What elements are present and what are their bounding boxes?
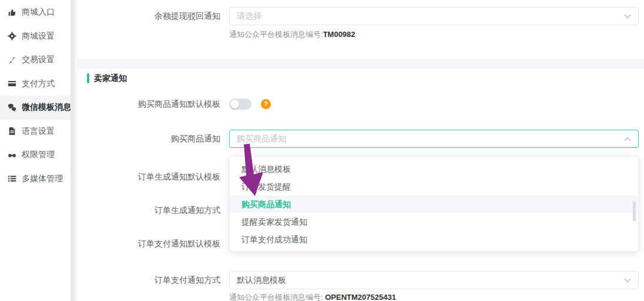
toggle-knob — [230, 100, 239, 109]
sidebar-scrollbar[interactable] — [71, 0, 75, 301]
withdraw-notice-card: 余额提现驳回通知 请选择 通知公众平台模板消息编号:TM00982 — [77, 0, 644, 59]
select-value: 默认消息模板 — [237, 275, 286, 285]
order-pay-notice-method-select[interactable]: 默认消息模板 — [229, 271, 639, 289]
dropdown-option[interactable]: 提醒卖家发货通知 — [230, 213, 638, 231]
buy-notice-dropdown: 默认消息模板 订单发货提醒 购买商品通知 提醒卖家发货通知 订单支付成功通知 — [229, 156, 639, 252]
buy-notice-default-template-label: 购买商品通知默认模板 — [77, 98, 220, 110]
dropdown-scrollbar[interactable] — [633, 201, 636, 221]
hint-code: OPENTM207525431 — [325, 293, 396, 301]
sidebar-item-multimedia-management[interactable]: 多媒体管理 — [0, 167, 71, 191]
sidebar-item-language-settings[interactable]: 语言设置 — [0, 120, 71, 144]
dropdown-option[interactable]: 默认消息模板 — [230, 160, 638, 178]
dropdown-option[interactable]: 订单发货提醒 — [230, 178, 638, 195]
sidebar-item-label: 交易设置 — [22, 55, 55, 65]
permission-icon — [8, 151, 16, 160]
sidebar-item-trade-settings[interactable]: 交易设置 — [0, 48, 71, 72]
sidebar-item-label: 权限管理 — [22, 150, 55, 160]
order-create-default-template-label: 订单生成通知默认模板 — [77, 171, 220, 182]
list-icon — [8, 174, 16, 183]
sidebar-item-mall-entrance[interactable]: 商城入口 — [0, 1, 71, 25]
order-pay-default-template-label: 订单支付通知默认模板 — [77, 238, 220, 249]
chevron-down-icon — [624, 276, 630, 282]
sidebar-item-label: 微信模板消息 — [22, 102, 71, 113]
withdraw-reject-notice-select[interactable]: 请选择 — [229, 7, 639, 25]
sidebar-item-payment-methods[interactable]: 支付方式 — [0, 72, 71, 96]
section-title: 卖家通知 — [94, 73, 127, 83]
sidebar-item-permission-management[interactable]: 权限管理 — [0, 143, 71, 167]
hint-prefix: 通知公众平台模板消息编号: — [229, 293, 325, 301]
hint-code: TM00982 — [323, 30, 355, 39]
template-code-hint: 通知公众平台模板消息编号: OPENTM207525431 — [229, 292, 396, 301]
sidebar-item-label: 语言设置 — [22, 126, 55, 137]
sidebar-item-label: 多媒体管理 — [22, 174, 63, 184]
help-icon[interactable]: ? — [261, 99, 271, 109]
bank-card-icon — [8, 79, 16, 88]
template-code-hint: 通知公众平台模板消息编号:TM00982 — [229, 29, 355, 40]
chevron-down-icon — [624, 12, 630, 18]
chevron-up-icon — [624, 137, 630, 143]
section-accent-bar — [87, 73, 89, 83]
sidebar: 商城入口 商城设置 交易设置 支付方式 微信模板消息 — [0, 0, 71, 301]
sidebar-item-label: 支付方式 — [22, 79, 55, 89]
dropdown-option[interactable]: 订单支付成功通知 — [230, 231, 638, 248]
settings-page: 商城入口 商城设置 交易设置 支付方式 微信模板消息 — [0, 0, 644, 301]
buy-notice-default-template-toggle[interactable] — [229, 99, 251, 110]
thumb-up-icon — [8, 8, 16, 17]
sidebar-item-label: 商城设置 — [22, 31, 55, 42]
order-pay-notice-method-label: 订单支付通知方式 — [77, 274, 220, 286]
select-value: 购买商品通知 — [237, 134, 286, 143]
sidebar-item-mall-settings[interactable]: 商城设置 — [0, 25, 71, 49]
sidebar-item-label: 商城入口 — [22, 7, 55, 18]
gear-icon — [8, 32, 16, 40]
buy-notice-label: 购买商品通知 — [77, 133, 220, 144]
select-placeholder: 请选择 — [237, 11, 261, 21]
buy-notice-select[interactable]: 购买商品通知 — [229, 130, 639, 148]
sidebar-item-wechat-template-messages[interactable]: 微信模板消息 — [0, 96, 71, 120]
dropdown-option-selected[interactable]: 购买商品通知 — [230, 195, 638, 213]
hint-prefix: 通知公众平台模板消息编号: — [229, 30, 323, 39]
withdraw-reject-notice-label: 余额提现驳回通知 — [77, 10, 220, 22]
language-doc-icon — [8, 127, 16, 136]
order-create-notice-method-label: 订单生成通知方式 — [77, 204, 220, 216]
comments-icon — [8, 103, 16, 112]
exchange-icon — [8, 56, 16, 65]
